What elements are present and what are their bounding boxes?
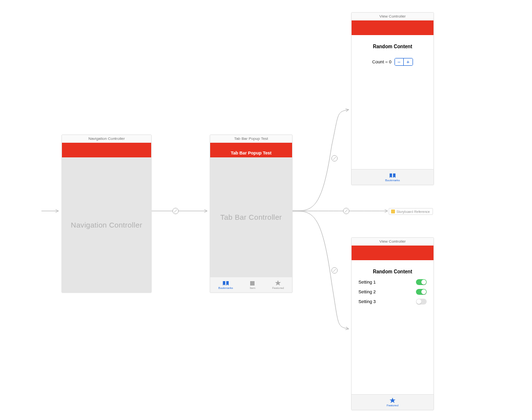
tab-label: Bookmarks	[218, 286, 233, 289]
nav-bar	[352, 246, 433, 260]
setting-row-3: Setting 3	[358, 299, 427, 305]
counter-label: Count = 0	[372, 59, 391, 64]
setting-label: Setting 3	[358, 299, 376, 304]
svg-point-1	[332, 155, 337, 161]
setting-row-1: Setting 1	[358, 279, 427, 285]
stepper-minus[interactable]: −	[395, 58, 404, 65]
nav-bar	[352, 20, 433, 35]
star-icon	[389, 398, 396, 403]
scene-title: Navigation Controller	[62, 135, 151, 143]
scene-view-controller-1[interactable]: View Controller Random Content Count = 0…	[351, 12, 434, 185]
setting-2-switch[interactable]	[416, 289, 427, 295]
scene-body: Random Content Setting 1 Setting 2 Setti…	[352, 260, 433, 394]
nav-title: Tab Bar Popup Test	[231, 151, 272, 155]
scene-tabbar-controller[interactable]: Tab Bar Popup Test Tab Bar Popup Test Ta…	[210, 134, 293, 293]
tab-bar: Bookmarks	[352, 169, 433, 185]
segue-badge	[173, 208, 178, 214]
tab-bar: Bookmarks Item Featured	[210, 277, 292, 292]
tab-bookmarks[interactable]: Bookmarks	[385, 172, 400, 182]
storyboard-icon	[391, 210, 395, 213]
svg-point-3	[343, 208, 349, 214]
storyboard-ref-label: Storyboard Reference	[396, 210, 430, 213]
star-icon	[275, 280, 281, 286]
body-label: Navigation Controller	[71, 221, 142, 229]
tab-label: Item	[250, 286, 256, 289]
bookmarks-icon	[389, 172, 396, 178]
content-heading: Random Content	[352, 260, 433, 274]
svg-line-2	[333, 157, 336, 160]
setting-3-switch[interactable]	[416, 299, 427, 305]
storyboard-reference[interactable]: Storyboard Reference	[389, 208, 433, 215]
tab-label: Bookmarks	[385, 179, 400, 182]
tab-label: Featured	[272, 286, 284, 289]
scene-navigation-controller[interactable]: Navigation Controller Navigation Control…	[61, 134, 152, 293]
bookmarks-icon	[222, 280, 229, 286]
segue-tabbar-to-vc1	[293, 110, 349, 211]
scene-title: View Controller	[352, 13, 433, 20]
count-stepper[interactable]: − +	[394, 58, 413, 66]
tab-bar: Featured	[352, 394, 433, 410]
scene-body: Navigation Controller	[62, 157, 151, 292]
scene-body: Random Content Count = 0 − +	[352, 35, 433, 169]
nav-bar	[62, 143, 151, 157]
scene-body: Tab Bar Controller	[210, 157, 292, 277]
setting-row-2: Setting 2	[358, 289, 427, 295]
tab-label: Featured	[387, 404, 398, 407]
stepper-plus[interactable]: +	[404, 58, 413, 65]
tab-featured[interactable]: Featured	[387, 398, 398, 407]
tab-item[interactable]: Item	[249, 280, 256, 289]
scene-title: Tab Bar Popup Test	[210, 135, 292, 143]
nav-bar: Tab Bar Popup Test	[210, 143, 292, 157]
svg-point-5	[332, 267, 337, 273]
svg-line-6	[333, 269, 336, 272]
setting-1-switch[interactable]	[416, 279, 427, 285]
segue-tabbar-to-vc2	[293, 211, 349, 329]
body-label: Tab Bar Controller	[220, 213, 282, 221]
setting-label: Setting 1	[358, 280, 376, 285]
svg-rect-7	[250, 281, 255, 286]
square-icon	[249, 280, 256, 286]
svg-line-0	[174, 210, 177, 212]
scene-title: View Controller	[352, 238, 433, 246]
scene-view-controller-2[interactable]: View Controller Random Content Setting 1…	[351, 237, 434, 410]
svg-line-4	[345, 210, 348, 212]
tab-bookmarks[interactable]: Bookmarks	[218, 280, 233, 289]
tab-featured[interactable]: Featured	[272, 280, 284, 289]
setting-label: Setting 2	[358, 289, 376, 294]
content-heading: Random Content	[352, 35, 433, 49]
